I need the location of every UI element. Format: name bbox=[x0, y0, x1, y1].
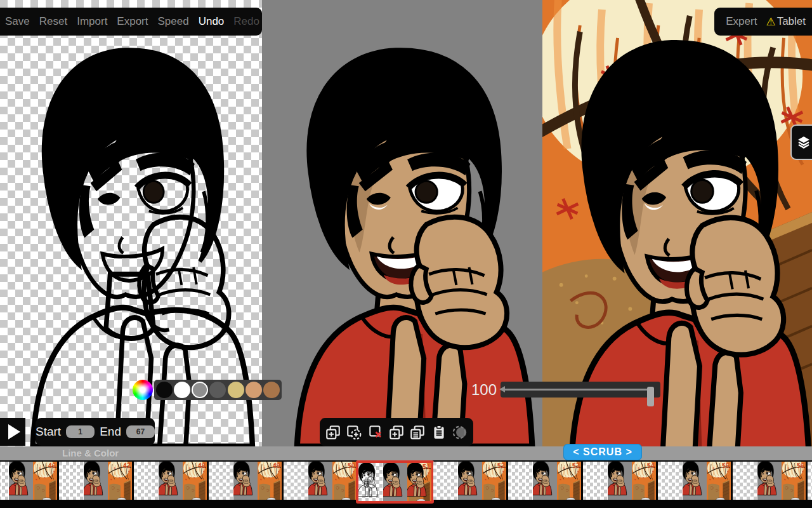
thumb-flat-strip bbox=[233, 462, 258, 500]
thumb-flat-strip bbox=[683, 462, 707, 500]
thumb-flat-strip bbox=[159, 462, 183, 500]
thumb-flat-strip bbox=[458, 462, 482, 500]
frame-thumbnail[interactable]: 47 bbox=[59, 462, 132, 500]
menu-import[interactable]: Import bbox=[77, 15, 107, 28]
frame-number: 54 bbox=[647, 462, 655, 469]
add-frame-icon[interactable] bbox=[324, 423, 343, 442]
flat-color-canvas[interactable] bbox=[262, 0, 542, 446]
play-icon bbox=[8, 424, 20, 439]
thumb-line-strip bbox=[209, 462, 233, 500]
thumb-flat-strip bbox=[608, 462, 632, 500]
menu-export[interactable]: Export bbox=[117, 15, 148, 28]
thumb-line-strip bbox=[733, 462, 757, 500]
menu-undo[interactable]: Undo bbox=[199, 15, 225, 28]
frame-number: 52 bbox=[497, 462, 505, 469]
main-menubar: Save Reset Import Export Speed Undo Redo bbox=[0, 8, 262, 36]
tablet-label: Tablet bbox=[777, 15, 806, 28]
frame-thumbnail[interactable]: 51 bbox=[356, 460, 434, 504]
frame-number: 56 bbox=[797, 462, 804, 469]
frame-thumbnail[interactable]: 56 bbox=[733, 462, 806, 500]
thumb-flat-strip bbox=[383, 463, 407, 501]
warning-triangle-icon: ⚠ bbox=[766, 15, 775, 29]
thumb-line-strip bbox=[0, 462, 9, 500]
scrub-button[interactable]: < SCRUB > bbox=[563, 444, 642, 460]
thumb-line-strip bbox=[358, 463, 383, 501]
onion-skin-icon[interactable] bbox=[450, 423, 469, 442]
thumb-flat-strip bbox=[757, 462, 782, 500]
paste-frame-icon[interactable] bbox=[429, 423, 449, 442]
thumb-line-strip bbox=[284, 462, 308, 500]
palette-swatch[interactable] bbox=[263, 382, 280, 398]
play-button[interactable] bbox=[0, 418, 25, 446]
thumb-flat-strip bbox=[9, 462, 33, 500]
slider-handle[interactable] bbox=[647, 387, 654, 406]
final-render-canvas[interactable] bbox=[542, 0, 812, 446]
frame-tools bbox=[320, 418, 473, 446]
start-label: Start bbox=[36, 425, 61, 439]
frame-number: 53 bbox=[572, 462, 580, 469]
thumb-line-strip bbox=[59, 462, 84, 500]
frame-number: 51 bbox=[422, 463, 430, 471]
menu-reset[interactable]: Reset bbox=[39, 15, 67, 28]
palette-swatch[interactable] bbox=[209, 382, 226, 398]
menu-redo: Redo bbox=[233, 15, 259, 28]
app-screen: Save Reset Import Export Speed Undo Redo… bbox=[0, 0, 812, 508]
frame-number: 48 bbox=[198, 462, 206, 469]
end-frame-field[interactable]: 67 bbox=[126, 425, 155, 438]
frame-number: 49 bbox=[273, 462, 280, 469]
insert-frame-icon[interactable] bbox=[344, 423, 363, 442]
tablet-button[interactable]: ⚠ Tablet bbox=[766, 15, 806, 29]
thumb-line-strip bbox=[583, 462, 608, 500]
frame-thumbnail[interactable]: 55 bbox=[658, 462, 731, 500]
flat-color-character bbox=[262, 0, 542, 446]
frame-thumbnail[interactable]: 54 bbox=[583, 462, 656, 500]
opacity-slider[interactable] bbox=[501, 382, 660, 398]
thumb-line-strip bbox=[508, 462, 533, 500]
frame-thumbnail[interactable]: 46 bbox=[0, 462, 57, 500]
thumb-line-strip bbox=[808, 462, 812, 500]
menu-save[interactable]: Save bbox=[5, 15, 30, 28]
color-palette bbox=[154, 380, 282, 400]
start-frame-field[interactable]: 1 bbox=[66, 425, 95, 438]
copy-frame-icon[interactable] bbox=[408, 423, 427, 442]
mode-bar: Expert ⚠ Tablet bbox=[714, 8, 812, 36]
expert-mode-button[interactable]: Expert bbox=[726, 15, 757, 28]
timeline-filmstrip: 46 47 48 bbox=[0, 460, 812, 508]
thumb-line-strip bbox=[658, 462, 683, 500]
palette-swatch[interactable] bbox=[192, 382, 208, 398]
layer-name-label[interactable]: Line & Color bbox=[62, 448, 119, 458]
duplicate-frame-icon[interactable] bbox=[387, 423, 406, 442]
frame-number: 46 bbox=[48, 462, 56, 469]
layer-bar: Line & Color bbox=[0, 446, 812, 460]
palette-swatch[interactable] bbox=[174, 382, 190, 398]
frame-number: 47 bbox=[123, 462, 131, 469]
palette-swatch[interactable] bbox=[228, 382, 244, 398]
frame-number: 50 bbox=[348, 462, 355, 469]
end-label: End bbox=[100, 425, 121, 439]
final-character bbox=[542, 0, 812, 446]
frame-thumbnail[interactable]: 49 bbox=[209, 462, 282, 500]
thumb-flat-strip bbox=[308, 462, 332, 500]
thumb-line-strip bbox=[433, 462, 458, 500]
frame-thumbnail[interactable]: 52 bbox=[433, 462, 506, 500]
frame-thumbnail[interactable]: 53 bbox=[508, 462, 581, 500]
thumb-line-strip bbox=[134, 462, 159, 500]
thumb-flat-strip bbox=[533, 462, 557, 500]
layers-panel-toggle[interactable] bbox=[790, 124, 812, 160]
frame-thumbnail[interactable]: 57 bbox=[808, 462, 812, 500]
palette-swatch[interactable] bbox=[246, 382, 262, 398]
menu-speed[interactable]: Speed bbox=[158, 15, 189, 28]
frame-range-box: Start 1 End 67 bbox=[36, 418, 155, 446]
thumb-flat-strip bbox=[84, 462, 108, 500]
palette-swatch[interactable] bbox=[156, 382, 173, 398]
frame-number: 55 bbox=[722, 462, 730, 469]
frame-thumbnail[interactable]: 50 bbox=[284, 462, 357, 500]
frame-thumbnail[interactable]: 48 bbox=[134, 462, 207, 500]
color-wheel-icon[interactable] bbox=[133, 380, 153, 400]
slider-track-line bbox=[504, 389, 652, 391]
delete-frame-icon[interactable] bbox=[366, 423, 385, 442]
layers-icon bbox=[796, 135, 811, 150]
opacity-value: 100 bbox=[464, 380, 497, 400]
